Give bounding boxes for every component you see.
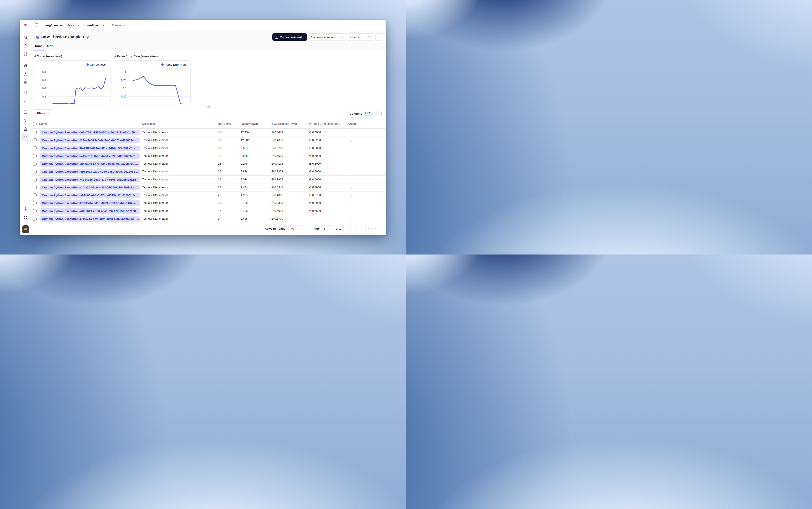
svg-text:0.2: 0.2: [42, 95, 46, 98]
svg-text:Parse Error Rate: Parse Error Rate: [165, 63, 187, 66]
svg-text:Correctness: Correctness: [90, 63, 106, 66]
svg-text:0.4: 0.4: [42, 87, 46, 90]
svg-text:1: 1: [125, 71, 126, 74]
svg-text:0.5: 0.5: [123, 87, 126, 90]
svg-text:0.6: 0.6: [42, 79, 46, 82]
svg-text:0.75: 0.75: [121, 79, 126, 82]
svg-text:0.8: 0.8: [42, 71, 46, 74]
svg-text:0.25: 0.25: [121, 95, 126, 98]
